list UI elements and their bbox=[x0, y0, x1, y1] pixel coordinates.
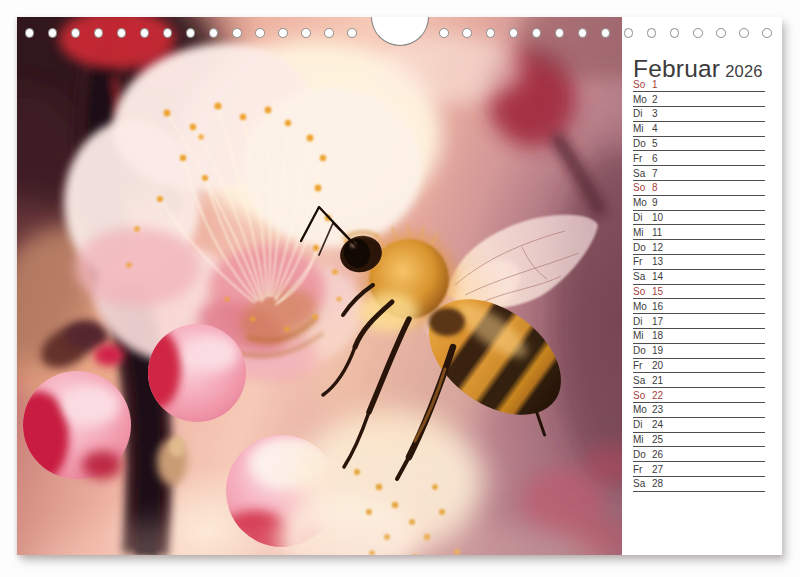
binding-hole bbox=[278, 28, 288, 38]
binding-hole bbox=[140, 28, 150, 38]
day-number: 15 bbox=[652, 287, 663, 297]
day-abbr: Di bbox=[633, 213, 652, 223]
day-abbr: Sa bbox=[633, 169, 652, 179]
day-row: Di17 bbox=[633, 314, 765, 329]
day-row: Fr13 bbox=[633, 255, 765, 270]
day-number: 17 bbox=[652, 317, 663, 327]
binding-hole bbox=[209, 28, 219, 38]
blossom-bee-photo bbox=[17, 17, 622, 555]
day-row: Mi18 bbox=[633, 329, 765, 344]
binding-hole bbox=[232, 28, 242, 38]
binding-hole bbox=[117, 28, 127, 38]
day-number: 16 bbox=[652, 302, 663, 312]
day-row: Mi11 bbox=[633, 225, 765, 240]
binding-hole bbox=[347, 28, 357, 38]
binding-hole bbox=[48, 28, 58, 38]
day-abbr: Mi bbox=[633, 228, 652, 238]
binding-hole bbox=[486, 28, 496, 38]
day-number: 5 bbox=[652, 139, 658, 149]
day-abbr: Fr bbox=[633, 257, 652, 267]
binding-hole bbox=[301, 28, 311, 38]
binding-hole bbox=[578, 28, 588, 38]
date-panel: Februar2026 So1Mo2Di3Mi4Do5Fr6Sa7So8Mo9D… bbox=[622, 17, 782, 555]
day-number: 7 bbox=[652, 169, 658, 179]
binding-hole bbox=[509, 28, 519, 38]
day-number: 27 bbox=[652, 465, 663, 475]
day-number: 13 bbox=[652, 257, 663, 267]
day-row: Di24 bbox=[633, 418, 765, 433]
day-row: Fr6 bbox=[633, 151, 765, 166]
binding-hole bbox=[462, 28, 472, 38]
day-row: Mo9 bbox=[633, 196, 765, 211]
day-row: Mi4 bbox=[633, 122, 765, 137]
binding-hole bbox=[186, 28, 196, 38]
day-number: 20 bbox=[652, 361, 663, 371]
day-number: 12 bbox=[652, 243, 663, 253]
binding-hole bbox=[601, 28, 611, 38]
day-abbr: Fr bbox=[633, 154, 652, 164]
day-abbr: So bbox=[633, 183, 652, 193]
day-row: So15 bbox=[633, 285, 765, 300]
day-row: Do12 bbox=[633, 240, 765, 255]
day-abbr: Mo bbox=[633, 405, 652, 415]
day-number: 1 bbox=[652, 80, 658, 90]
day-abbr: Sa bbox=[633, 479, 652, 489]
photo-art bbox=[17, 17, 622, 555]
day-number: 25 bbox=[652, 435, 663, 445]
day-abbr: Do bbox=[633, 243, 652, 253]
day-abbr: Sa bbox=[633, 376, 652, 386]
day-abbr: Di bbox=[633, 109, 652, 119]
day-abbr: So bbox=[633, 391, 652, 401]
day-row: Fr20 bbox=[633, 359, 765, 374]
day-row: Do5 bbox=[633, 137, 765, 152]
day-abbr: Mo bbox=[633, 95, 652, 105]
day-number: 22 bbox=[652, 391, 663, 401]
binding-hole bbox=[324, 28, 334, 38]
day-number: 18 bbox=[652, 331, 663, 341]
day-number: 21 bbox=[652, 376, 663, 386]
day-abbr: So bbox=[633, 287, 652, 297]
day-abbr: So bbox=[633, 80, 652, 90]
day-abbr: Do bbox=[633, 450, 652, 460]
binding-hole bbox=[71, 28, 81, 38]
day-number: 14 bbox=[652, 272, 663, 282]
day-abbr: Mi bbox=[633, 124, 652, 134]
binding-hole bbox=[255, 28, 265, 38]
binding-hole bbox=[555, 28, 565, 38]
binding-hole bbox=[670, 28, 680, 38]
day-row: So1 bbox=[633, 78, 765, 93]
day-abbr: Mo bbox=[633, 302, 652, 312]
binding-hole bbox=[25, 28, 35, 38]
day-row: Sa21 bbox=[633, 373, 765, 388]
day-number: 2 bbox=[652, 95, 658, 105]
day-list: So1Mo2Di3Mi4Do5Fr6Sa7So8Mo9Di10Mi11Do12F… bbox=[633, 78, 765, 492]
day-abbr: Fr bbox=[633, 361, 652, 371]
binding-hole bbox=[94, 28, 104, 38]
day-abbr: Di bbox=[633, 317, 652, 327]
day-number: 28 bbox=[652, 479, 663, 489]
day-abbr: Di bbox=[633, 420, 652, 430]
day-row: Sa28 bbox=[633, 477, 765, 492]
binding-hole bbox=[163, 28, 173, 38]
binding-hole bbox=[762, 28, 772, 38]
day-abbr: Do bbox=[633, 346, 652, 356]
day-number: 8 bbox=[652, 183, 658, 193]
day-row: Mo2 bbox=[633, 92, 765, 107]
day-row: Do19 bbox=[633, 344, 765, 359]
day-number: 11 bbox=[652, 228, 662, 238]
day-row: So22 bbox=[633, 388, 765, 403]
day-number: 3 bbox=[652, 109, 658, 119]
binding-hole bbox=[716, 28, 726, 38]
day-abbr: Mi bbox=[633, 435, 652, 445]
day-row: Do26 bbox=[633, 447, 765, 462]
binding-hole bbox=[624, 28, 634, 38]
day-row: Fr27 bbox=[633, 462, 765, 477]
day-row: Sa14 bbox=[633, 270, 765, 285]
day-number: 9 bbox=[652, 198, 658, 208]
day-number: 19 bbox=[652, 346, 663, 356]
day-row: Di10 bbox=[633, 211, 765, 226]
binding-hole bbox=[739, 28, 749, 38]
day-number: 23 bbox=[652, 405, 663, 415]
day-row: Mi25 bbox=[633, 433, 765, 448]
day-row: Sa7 bbox=[633, 166, 765, 181]
